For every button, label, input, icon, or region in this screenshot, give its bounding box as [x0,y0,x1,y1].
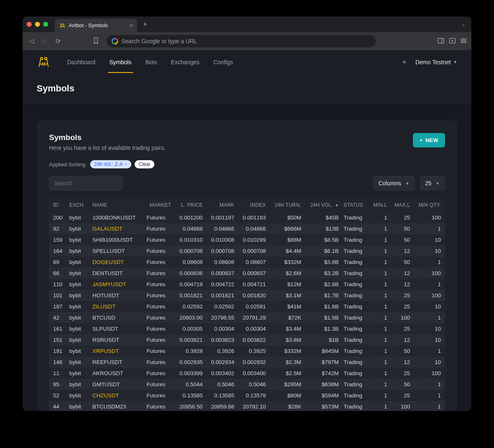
cell-status: Trading [341,257,369,268]
columns-select[interactable]: Columns ▼ [373,176,415,191]
tab-list-button[interactable]: ⌄ [461,21,466,27]
table-row[interactable]: 69bybitDOGEUSDTFutures0.086080.086080.08… [49,257,445,268]
svg-rect-7 [461,39,466,40]
bookmark-icon[interactable] [92,37,100,45]
cell-index: 0.00304 [237,323,268,334]
cell-exch: bybit [67,301,90,312]
browser-tab[interactable]: Antbot - Symbols × [55,19,137,32]
cell-status: Trading [341,301,369,312]
table-row[interactable]: 161bybitSLPUSDTFutures0.003050.003040.00… [49,323,445,334]
menu-icon[interactable] [461,38,466,45]
table-row[interactable]: 66bybitDENTUSDTFutures0.0008360.0008370.… [49,268,445,279]
cell-minl: 1 [368,301,389,312]
table-row[interactable]: 11bybitAKROUSDTFutures0.0033990.0034020.… [49,368,445,379]
nav-link-symbols[interactable]: Symbols [108,51,133,73]
table-row[interactable]: 191bybitXRPUSDTFutures0.39280.39260.3925… [49,345,445,357]
cell-lprice: 0.000708 [174,245,205,257]
minimize-window-button[interactable] [35,22,40,27]
nav-link-exchanges[interactable]: Exchanges [169,51,201,73]
column-header[interactable]: L. PRICE [174,198,205,212]
table-row[interactable]: 42bybitBTCUSDFutures20803.0020798.552079… [49,312,445,323]
forward-button[interactable]: ▷ [41,37,49,45]
table-row[interactable]: 200bybit1000BONKUSDTFutures0.0012000.001… [49,212,445,223]
table-row[interactable]: 197bybitZILUSDTFutures0.025920.025920.02… [49,301,445,312]
table-row[interactable]: 101bybitHOTUSDTFutures0.0018210.0018210.… [49,290,445,301]
table-row[interactable]: 151bybitRSRUSDTFutures0.0038210.0038230.… [49,334,445,345]
table-row[interactable]: 159bybitSHIB1000USDTFutures0.0103100.010… [49,234,445,245]
cell-lprice: 0.08608 [174,257,205,268]
column-header[interactable]: EXCH. [67,198,90,212]
search-input[interactable] [49,176,123,191]
cell-market: Futures [144,312,174,323]
cell-turn: $3.4M [268,323,304,334]
cell-status: Trading [341,345,369,357]
column-header[interactable]: STATUS [341,198,369,212]
column-header[interactable]: 24H TURN. [268,198,304,212]
address-bar[interactable]: Search Google or type a URL [107,35,376,47]
install-app-icon[interactable] [449,38,456,45]
cell-vol: $797M [304,357,341,368]
column-header[interactable]: ID [49,198,67,212]
table-row[interactable]: 52bybitCHZUSDTFutures0.135850.135850.135… [49,390,445,401]
column-header[interactable]: INDEX [237,198,268,212]
close-window-button[interactable] [27,22,32,27]
maximize-window-button[interactable] [43,22,48,27]
new-tab-button[interactable]: + [140,20,150,29]
cell-name: DOGEUSDT [90,257,144,268]
remove-sort-icon[interactable]: × [124,162,127,167]
sort-pill[interactable]: 24h Vol.: Z-A × [90,160,131,168]
cell-index: 0.04866 [237,223,268,234]
column-header[interactable]: 24H VOL. ▼ [304,198,341,212]
cell-maxl: 50 [390,223,413,234]
nav-link-configs[interactable]: Configs [212,51,234,73]
table-row[interactable]: 92bybitGALAUSDTFutures0.048680.048660.04… [49,223,445,234]
reload-button[interactable]: ⟳ [54,37,62,45]
cell-name: 1000BONKUSDT [90,212,144,223]
user-menu[interactable]: Demo Testnet ▼ [415,59,457,65]
cell-maxl: 12 [390,268,413,279]
cell-status: Trading [341,390,369,401]
column-header[interactable]: MAX.L [390,198,413,212]
cell-name: XRPUSDT [90,345,144,357]
cell-mark: 0.000708 [205,245,237,257]
table-row[interactable]: 146bybitREEFUSDTFutures0.0029350.0029340… [49,357,445,368]
column-header[interactable]: MARKET [144,198,174,212]
table-row[interactable]: 44bybitBTCUSDM23Futures20956.5020959.682… [49,401,445,411]
theme-toggle-icon[interactable]: ☀ [402,59,407,65]
table-row[interactable]: 95bybitGMTUSDTFutures0.50440.50460.5046$… [49,379,445,390]
clear-sort-button[interactable]: Clear [135,160,155,168]
column-header[interactable]: NAME [90,198,144,212]
cell-id: 101 [49,290,67,301]
cell-minl: 1 [368,368,389,379]
cell-exch: bybit [67,279,90,290]
cell-mark: 0.13585 [205,390,237,401]
close-tab-icon[interactable]: × [130,22,133,29]
table-row[interactable]: 164bybitSPELLUSDTFutures0.0007080.000708… [49,245,445,257]
cell-maxl: 25 [390,212,413,223]
table-row[interactable]: 110bybitJASMYUSDTFutures0.0047190.004722… [49,279,445,290]
nav-link-dashboard[interactable]: Dashboard [65,51,97,73]
app-logo[interactable] [37,55,51,69]
table-body: 200bybit1000BONKUSDTFutures0.0012000.001… [49,212,445,411]
cell-minqty: 10 [412,357,445,368]
cell-vol: $3.8B [304,257,341,268]
side-panel-icon[interactable] [438,38,444,45]
column-header[interactable]: MARK [205,198,237,212]
cell-vol: $45B [304,212,341,223]
cell-name: DENTUSDT [90,268,144,279]
cell-name: ZILUSDT [90,301,144,312]
svg-rect-9 [461,42,466,43]
cell-minl: 1 [368,223,389,234]
page-size-select[interactable]: 25 ▼ [420,176,445,191]
column-header[interactable]: MIN QTY. [412,198,445,212]
new-button[interactable]: + NEW [413,133,445,147]
cell-market: Futures [144,401,174,411]
cell-id: 159 [49,234,67,245]
cell-status: Trading [341,212,369,223]
cell-turn: $332M [268,257,304,268]
cell-id: 161 [49,323,67,334]
cell-lprice: 0.04868 [174,223,205,234]
back-button[interactable]: ◁ [28,37,36,45]
nav-link-bots[interactable]: Bots [144,51,158,73]
column-header[interactable]: MIN.L [368,198,389,212]
